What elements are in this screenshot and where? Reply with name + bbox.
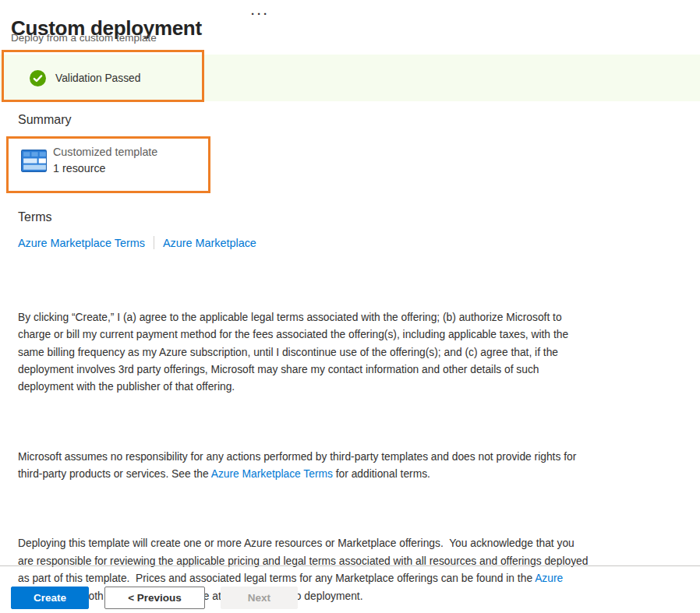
link-azure-marketplace-terms[interactable]: Azure Marketplace Terms (18, 237, 145, 249)
paragraph-text: By clicking “Create,” I (a) agree to the… (18, 312, 568, 393)
inline-link-azure-marketplace-terms[interactable]: Azure Marketplace Terms (211, 468, 333, 480)
terms-legal-text: By clicking “Create,” I (a) agree to the… (18, 274, 588, 613)
validation-banner: Validation Passed (0, 55, 700, 101)
terms-paragraph-3: Deploying this template will create one … (18, 535, 588, 605)
terms-heading: Terms (18, 210, 52, 224)
summary-item-title: Customized template (53, 146, 157, 158)
create-button[interactable]: Create (11, 587, 89, 609)
page-subtitle: Deploy from a custom template (11, 32, 157, 44)
more-options-button[interactable]: ··· (248, 6, 273, 21)
next-button[interactable]: Next (221, 587, 298, 609)
link-divider (154, 236, 154, 249)
paragraph-text: Deploying this template will create one … (18, 537, 588, 584)
validation-message: Validation Passed (55, 72, 140, 84)
terms-links-row: Azure Marketplace Terms Azure Marketplac… (18, 236, 256, 249)
ellipsis-icon: ··· (251, 7, 270, 20)
previous-button[interactable]: < Previous (104, 587, 205, 609)
paragraph-text: for additional terms. (333, 468, 430, 480)
custom-deployment-page: Custom deployment ··· Deploy from a cust… (0, 0, 700, 613)
terms-paragraph-2: Microsoft assumes no responsibility for … (18, 449, 588, 484)
summary-item-resource-count: 1 resource (53, 162, 106, 174)
summary-heading: Summary (18, 113, 71, 127)
footer-divider (0, 565, 700, 566)
terms-paragraph-1: By clicking “Create,” I (a) agree to the… (18, 309, 588, 396)
success-checkmark-icon (30, 70, 46, 86)
link-azure-marketplace[interactable]: Azure Marketplace (163, 237, 256, 249)
template-icon (19, 146, 48, 175)
